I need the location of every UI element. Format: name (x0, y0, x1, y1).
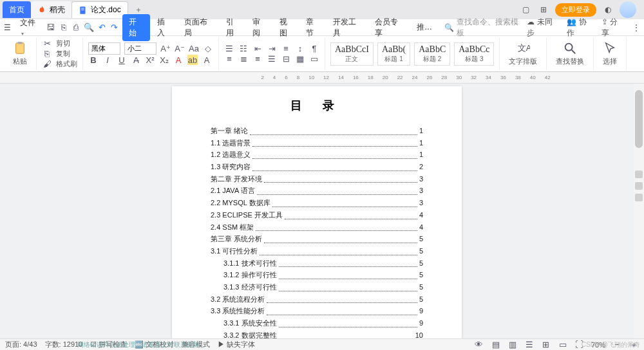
view-page-icon[interactable]: ▥ (507, 340, 518, 350)
borders-icon[interactable]: ▭ (309, 54, 319, 64)
login-button[interactable]: 立即登录 (555, 3, 596, 17)
side-tool-1[interactable] (635, 170, 643, 178)
align-center-icon[interactable]: ≣ (238, 54, 249, 64)
change-case-icon[interactable]: Aa (189, 44, 199, 54)
style-0[interactable]: AaBbCcI正文 (330, 42, 374, 66)
toc-line[interactable]: 2.4 SSM 框架4 (211, 221, 423, 234)
align-right-icon[interactable]: ≡ (252, 54, 263, 64)
bullet-list-icon[interactable]: ☰ (224, 44, 234, 54)
window-apps-icon[interactable]: ⊞ (537, 3, 550, 16)
toc-line[interactable]: 2.2 MYSQL 数据库3 (211, 197, 423, 209)
preview-icon[interactable]: 🔍 (84, 23, 94, 33)
tab-add[interactable]: ＋ (128, 5, 149, 15)
toc-line[interactable]: 3.3 系统性能分析9 (211, 305, 423, 317)
menu-view[interactable]: 视图 (275, 15, 299, 41)
subscript-icon[interactable]: X₂ (159, 55, 169, 65)
scrollbar-thumb[interactable] (635, 90, 643, 148)
toc-line[interactable]: 3.3.2 数据完整性10 (211, 329, 423, 338)
sync-button[interactable]: ☁ 未同步 (527, 17, 559, 39)
style-1[interactable]: AaBb(标题 1 (377, 42, 410, 66)
copy-icon[interactable]: ⎘ (42, 49, 52, 59)
font-size-select[interactable]: 小二 (124, 42, 156, 55)
paste-button[interactable]: 粘贴 (9, 41, 31, 66)
clear-format-icon[interactable]: ◇ (203, 44, 213, 54)
side-tool-3[interactable] (635, 194, 643, 201)
document-page[interactable]: 目 录 第一章 绪论11.1 选题背景11.2 选题意义11.3 研究内容2第二… (172, 86, 462, 338)
style-3[interactable]: AaBbCc标题 3 (454, 42, 494, 66)
view-web-icon[interactable]: ⊞ (541, 340, 551, 350)
menu-member[interactable]: 会员专享 (370, 15, 410, 41)
shrink-font-icon[interactable]: A⁻ (175, 44, 185, 54)
font-color-icon[interactable]: A (173, 55, 184, 65)
indent-increase-icon[interactable]: ⇥ (267, 44, 277, 54)
menu-section[interactable]: 章节 (301, 15, 326, 41)
char-border-icon[interactable]: A (202, 55, 212, 65)
more-icon[interactable]: ⋮ (632, 23, 640, 32)
sort-icon[interactable]: ↕ (295, 44, 305, 54)
number-list-icon[interactable]: ☷ (238, 44, 249, 54)
highlight-icon[interactable]: ab (187, 55, 198, 65)
ruler[interactable]: 24681012141618202224262830323436384042 (0, 72, 644, 84)
menu-devtools[interactable]: 开发工具 (328, 15, 368, 41)
italic-icon[interactable]: I (102, 55, 113, 65)
saveas-icon[interactable]: ⎘ (59, 23, 69, 33)
font-family-select[interactable]: 黑体 (88, 42, 120, 55)
avatar[interactable] (620, 1, 636, 18)
menu-review[interactable]: 审阅 (248, 15, 272, 41)
view-book-icon[interactable]: ▭ (558, 340, 568, 350)
toc-line[interactable]: 3.1.2 操作可行性5 (211, 269, 423, 281)
toc-line[interactable]: 第三章 系统分析5 (211, 233, 423, 245)
undo-icon[interactable]: ↶ (97, 23, 107, 33)
toc-line[interactable]: 2.1 JAVA 语言3 (211, 185, 423, 197)
show-marks-icon[interactable]: ¶ (309, 44, 319, 54)
window-grid-icon[interactable]: ▢ (519, 3, 532, 16)
shading-icon[interactable]: ▦ (295, 54, 305, 64)
print-icon[interactable]: ⎙ (71, 23, 82, 33)
vertical-scrollbar[interactable] (634, 84, 644, 338)
superscript-icon[interactable]: X² (145, 55, 155, 65)
view-eye-icon[interactable]: 👁 (474, 340, 484, 350)
tab-document[interactable]: 论文.doc (71, 1, 128, 18)
menu-page-layout[interactable]: 页面布局 (180, 15, 219, 41)
select-button[interactable]: 选择 (599, 41, 621, 66)
bold-icon[interactable]: B (88, 55, 99, 65)
find-replace-button[interactable]: 查找替换 (552, 41, 588, 66)
toc-line[interactable]: 1.1 选题背景1 (211, 137, 423, 149)
view-outline-icon[interactable]: ☰ (524, 340, 535, 350)
text-layout-button[interactable]: 文A 文字排版 (505, 41, 541, 66)
toc-line[interactable]: 3.2 系统流程分析5 (211, 293, 423, 306)
share-button[interactable]: ⇪ 分享 (601, 17, 625, 39)
line-spacing-icon[interactable]: ≡ (281, 44, 291, 54)
side-tool-2[interactable] (635, 182, 643, 190)
skin-icon[interactable]: ◐ (601, 3, 614, 16)
redo-icon[interactable]: ↷ (109, 23, 120, 33)
cut-icon[interactable]: ✂ (42, 39, 52, 49)
toc-line[interactable]: 1.2 选题意义1 (211, 149, 423, 161)
toc-line[interactable]: 1.3 研究内容2 (211, 161, 423, 173)
grow-font-icon[interactable]: A⁺ (160, 44, 171, 54)
align-justify-icon[interactable]: ☰ (267, 54, 277, 64)
menu-insert[interactable]: 插入 (153, 15, 177, 41)
menu-file[interactable]: 文件▾ (15, 15, 43, 39)
status-missing-font[interactable]: ▶ 缺失字体 (218, 340, 255, 349)
toc-line[interactable]: 3.3.1 系统安全性9 (211, 317, 423, 329)
underline-icon[interactable]: U (117, 55, 127, 65)
toc-line[interactable]: 3.1.3 经济可行性5 (211, 281, 423, 293)
toc-line[interactable]: 第二章 开发环境3 (211, 173, 423, 185)
toc-line[interactable]: 3.1 可行性分析5 (211, 245, 423, 257)
menu-hamburger-icon[interactable]: ☰ (4, 23, 13, 32)
strike-icon[interactable]: A̶ (131, 55, 141, 65)
toc-line[interactable]: 第一章 绪论1 (211, 125, 423, 137)
format-painter-icon[interactable]: 🖌 (42, 59, 52, 69)
menu-reference[interactable]: 引用 (222, 15, 246, 41)
menu-recommend[interactable]: 推… (412, 20, 437, 35)
view-read-icon[interactable]: ▤ (491, 340, 501, 350)
toc-line[interactable]: 2.3 ECLIPSE 开发工具4 (211, 209, 423, 221)
indent-decrease-icon[interactable]: ⇤ (252, 44, 263, 54)
style-2[interactable]: AaBbC标题 2 (414, 42, 450, 66)
distribute-icon[interactable]: ⊟ (281, 54, 291, 64)
save-icon[interactable]: 🖫 (46, 23, 56, 33)
toc-line[interactable]: 3.1.1 技术可行性5 (211, 257, 423, 270)
status-page[interactable]: 页面: 4/43 (5, 340, 37, 349)
align-left-icon[interactable]: ≡ (224, 54, 234, 64)
